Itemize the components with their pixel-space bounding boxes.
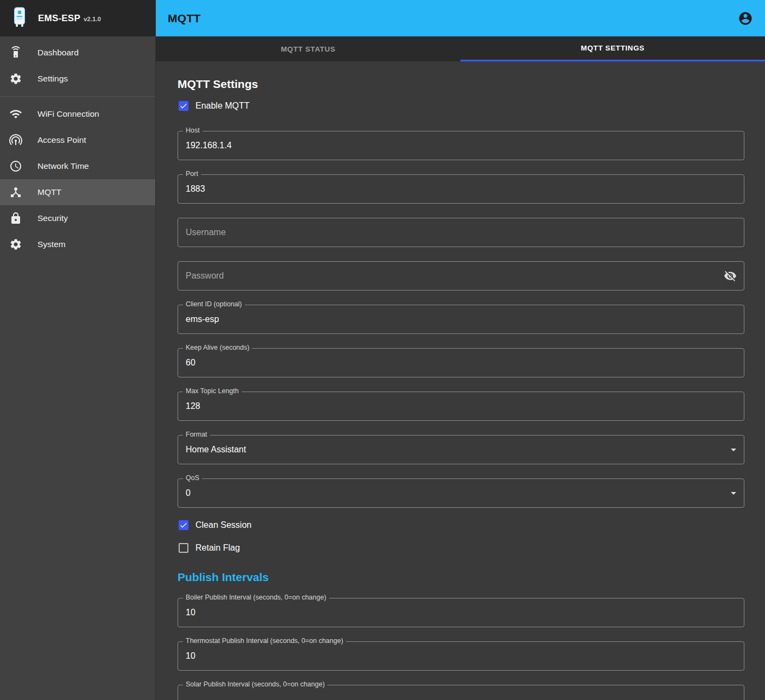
qos-field: QoS 0 [178, 478, 744, 508]
tab-mqtt-settings[interactable]: MQTT SETTINGS [460, 36, 765, 61]
sidebar-item-label: System [37, 239, 66, 249]
app-title: EMS-ESPv2.1.0 [38, 13, 101, 24]
wifi-icon [9, 108, 22, 121]
port-field-label: Port [183, 171, 201, 178]
app-logo-icon [11, 6, 28, 31]
page-title: MQTT [168, 12, 738, 25]
gear-icon [9, 72, 22, 85]
thermostat-publish-interval-label: Thermostat Publish Interval (seconds, 0=… [183, 638, 346, 645]
client-id-field-label: Client ID (optional) [183, 301, 245, 308]
sidebar-item-label: Network Time [37, 161, 89, 171]
max-topic-length-input[interactable] [178, 392, 744, 421]
host-field: Host [178, 131, 744, 160]
format-select-value: Home Assistant [186, 445, 246, 455]
qos-field-label: QoS [183, 475, 202, 482]
username-input[interactable] [178, 218, 744, 247]
settings-panel: MQTT Settings Enable MQTT Host Port Clie… [156, 61, 765, 700]
thermostat-publish-interval-input[interactable] [178, 641, 744, 671]
sidebar-item-access-point[interactable]: Access Point [0, 127, 155, 153]
main-area: MQTT MQTT STATUS MQTT SETTINGS MQTT Sett… [156, 0, 765, 700]
solar-publish-interval-label: Solar Publish Interval (seconds, 0=on ch… [183, 681, 327, 688]
format-field-label: Format [183, 431, 210, 438]
retain-flag-checkbox-row[interactable]: Retain Flag [179, 541, 744, 554]
boiler-publish-interval-label: Boiler Publish Interval (seconds, 0=on c… [183, 594, 329, 601]
appbar: MQTT [156, 0, 765, 36]
thermostat-publish-interval-field: Thermostat Publish Interval (seconds, 0=… [178, 641, 744, 671]
sidebar-item-label: Security [37, 213, 68, 223]
sidebar: EMS-ESPv2.1.0 Dashboard Settings WiFi Co… [0, 0, 156, 700]
sidebar-item-label: Access Point [37, 135, 86, 145]
lock-icon [9, 212, 22, 225]
format-select[interactable]: Home Assistant [178, 435, 744, 464]
sidebar-item-network-time[interactable]: Network Time [0, 153, 155, 179]
format-field: Format Home Assistant [178, 435, 744, 464]
remote-device-icon [9, 46, 22, 59]
password-input[interactable] [178, 261, 744, 291]
sidebar-item-wifi-connection[interactable]: WiFi Connection [0, 101, 155, 127]
sidebar-nav: Dashboard Settings WiFi Connection Acces… [0, 36, 155, 257]
clean-session-checkbox-row[interactable]: Clean Session [179, 519, 744, 532]
account-circle-icon[interactable] [738, 11, 753, 26]
sidebar-divider [0, 96, 155, 97]
client-id-input[interactable] [178, 305, 744, 334]
sidebar-item-security[interactable]: Security [0, 205, 155, 231]
publish-intervals-heading: Publish Intervals [178, 571, 744, 584]
app-name: EMS-ESP [38, 13, 80, 23]
sidebar-item-system[interactable]: System [0, 231, 155, 257]
password-field [178, 261, 744, 291]
wifi-tethering-icon [9, 134, 22, 147]
check-icon [179, 102, 188, 110]
clock-icon [9, 160, 22, 173]
max-topic-length-field-label: Max Topic Length [183, 388, 242, 395]
sidebar-item-label: Dashboard [37, 48, 79, 58]
enable-mqtt-checkbox-row[interactable]: Enable MQTT [179, 99, 744, 112]
form-title: MQTT Settings [178, 78, 744, 91]
host-field-label: Host [183, 127, 203, 134]
sidebar-item-label: Settings [37, 74, 68, 84]
sidebar-item-settings[interactable]: Settings [0, 66, 155, 92]
qos-select[interactable]: 0 [178, 478, 744, 508]
sidebar-item-label: MQTT [37, 187, 61, 197]
clean-session-checkbox[interactable] [179, 520, 188, 530]
gear-icon [9, 238, 22, 251]
qos-select-value: 0 [186, 488, 191, 498]
keep-alive-field-label: Keep Alive (seconds) [183, 344, 252, 351]
app-version: v2.1.0 [84, 16, 101, 22]
port-field: Port [178, 174, 744, 204]
enable-mqtt-checkbox[interactable] [179, 101, 188, 111]
keep-alive-field: Keep Alive (seconds) [178, 348, 744, 377]
port-input[interactable] [178, 174, 744, 204]
check-icon [179, 521, 188, 529]
username-field [178, 218, 744, 247]
keep-alive-input[interactable] [178, 348, 744, 377]
client-id-field: Client ID (optional) [178, 305, 744, 334]
clean-session-label: Clean Session [195, 520, 251, 530]
sidebar-item-mqtt[interactable]: MQTT [0, 179, 155, 205]
max-topic-length-field: Max Topic Length [178, 392, 744, 421]
enable-mqtt-label: Enable MQTT [195, 101, 250, 111]
boiler-publish-interval-field: Boiler Publish Interval (seconds, 0=on c… [178, 598, 744, 627]
sidebar-item-label: WiFi Connection [37, 109, 99, 119]
tab-mqtt-status[interactable]: MQTT STATUS [156, 36, 460, 61]
visibility-off-icon[interactable] [724, 269, 737, 282]
boiler-publish-interval-input[interactable] [178, 598, 744, 627]
sidebar-header: EMS-ESPv2.1.0 [0, 0, 155, 36]
device-hub-icon [9, 186, 22, 199]
retain-flag-checkbox[interactable] [179, 543, 188, 553]
retain-flag-label: Retain Flag [195, 543, 240, 553]
host-input[interactable] [178, 131, 744, 160]
sidebar-item-dashboard[interactable]: Dashboard [0, 40, 155, 66]
tab-bar: MQTT STATUS MQTT SETTINGS [156, 36, 765, 61]
solar-publish-interval-field: Solar Publish Interval (seconds, 0=on ch… [178, 685, 744, 700]
